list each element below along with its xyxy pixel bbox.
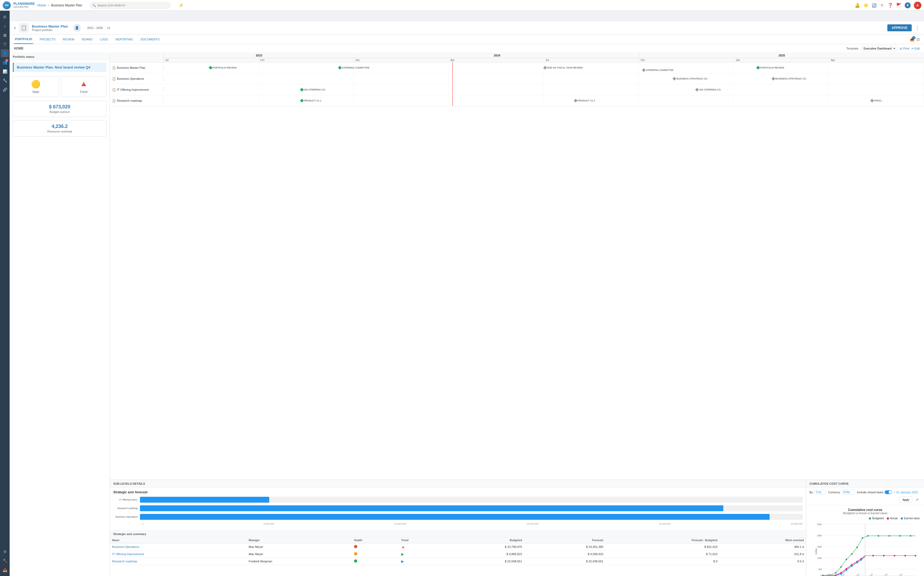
chart-xaxis: 0 5,000,000 10,000,000 15,000,000 20,000…: [113, 522, 803, 525]
dot-a8: [872, 555, 874, 557]
month-row: Jul Oct Jan Apr Jul Oct Jan Apr: [163, 58, 924, 62]
by-select[interactable]: Cost: [814, 490, 826, 494]
project-name[interactable]: Business Master Plan: [32, 24, 68, 28]
th-forecast[interactable]: Forecast: [524, 538, 606, 543]
td-name-rr[interactable]: Research roadmap: [110, 558, 246, 565]
sidebar-badge: 2: [5, 59, 8, 62]
dot-b8: [867, 535, 869, 537]
sidebar-nav[interactable]: ›: [1, 22, 9, 30]
th-work-overload[interactable]: Work overload: [719, 538, 806, 543]
td-budgeted-rr: $ 22,048,551: [443, 558, 524, 565]
sidebar-wrench[interactable]: 🔨: [1, 557, 9, 565]
resource-overload-label: Resource overload: [16, 130, 103, 133]
inbox-icon[interactable]: 📥 2: [910, 37, 914, 42]
table-row-bo: Business Operations Max Meyer ▲ $ 23,799…: [110, 543, 806, 550]
legend-actual: Actual: [887, 517, 897, 520]
th-trend[interactable]: Trend: [399, 538, 443, 543]
dot-e5: [856, 562, 858, 563]
include-closed-toggle[interactable]: [885, 490, 892, 494]
health-dot-it: [354, 552, 357, 555]
dot-b3: [840, 566, 842, 568]
diamond-icon: [870, 99, 874, 102]
milestone-rr-1: PRODUCT V1.1: [301, 99, 321, 102]
breadcrumb-home[interactable]: Home: [37, 3, 46, 7]
sidebar-usergroup[interactable]: 👥 2: [1, 58, 9, 66]
star-icon[interactable]: ⭐: [863, 3, 869, 8]
legend-dot-actual: [887, 517, 889, 520]
bar-row-bo: Business Operations: [113, 514, 803, 520]
dot-b11: [899, 535, 901, 537]
expand-icon[interactable]: ⊡: [916, 37, 920, 42]
currency-group: Currency Dollar: [828, 490, 855, 494]
close-icon[interactable]: ✕: [879, 3, 884, 8]
tab-documents[interactable]: DOCUMENTS: [139, 35, 161, 44]
bar-chart-section: Strategic axis forecast IT Offering Impr…: [110, 488, 806, 526]
th-forecast-diff[interactable]: Forecast - Budgeted: [606, 538, 720, 543]
milestone-label-2: STEERING COMMITTEE: [342, 66, 369, 69]
y-20m: 20M: [817, 534, 822, 537]
sidebar-user[interactable]: 👤: [1, 49, 9, 57]
sidebar-tools[interactable]: 🔧: [1, 77, 9, 85]
filter-icon[interactable]: ⚡: [179, 3, 184, 8]
help-icon[interactable]: ❓: [887, 3, 893, 8]
gantt-area: 2023 2024 2025 Jul Oct Jan Apr Jul Oct: [110, 53, 924, 480]
dot-a12: [914, 555, 916, 557]
search-icon: 🔍: [92, 3, 96, 7]
td-name-it[interactable]: IT Offering Improvement: [110, 550, 246, 558]
diamond-icon: [574, 99, 577, 102]
apply-button[interactable]: Apply: [900, 496, 912, 503]
td-trend-rr: ▶: [399, 558, 443, 565]
date-prev-arrow[interactable]: ‹: [894, 490, 895, 494]
edit-button[interactable]: ✏ Edit: [911, 47, 920, 50]
milestone-3: END OF FISCAL YEAR REVIEW: [544, 66, 583, 69]
sidebar-link[interactable]: 🔗: [1, 86, 9, 94]
td-forecast-rr: $ 22,048,551: [524, 558, 606, 565]
sidebar-dashboard[interactable]: ▦: [1, 31, 9, 39]
milestone-it-2: ISD STEERING CO.: [696, 88, 721, 91]
tab-logs[interactable]: LOGS: [99, 35, 109, 44]
tab-review[interactable]: REVIEW: [62, 35, 75, 44]
flag-icon[interactable]: 🚩: [896, 3, 902, 8]
plus-icon[interactable]: +: [905, 2, 911, 8]
tab-projects[interactable]: PROJECTS: [38, 35, 56, 44]
sidebar-export[interactable]: 📤: [1, 566, 9, 574]
td-name-bo[interactable]: Business Operations: [110, 543, 246, 550]
th-name[interactable]: Name: [110, 538, 246, 543]
bell-icon[interactable]: 🔔: [855, 3, 860, 8]
milestone-sc-label: STEERING COMMITTEE: [646, 69, 673, 72]
milestone-4: PORTFOLIO REVIEW: [757, 66, 784, 69]
sidebar-chart[interactable]: 📊: [1, 67, 9, 75]
print-button[interactable]: 🖨 Print: [899, 47, 909, 50]
table-row-it: IT Offering Improvement Max Meyer ▶ $ 4,…: [110, 550, 806, 558]
project-back-arrow[interactable]: ‹: [14, 24, 16, 31]
td-overload-it: 101.8 d: [719, 550, 806, 558]
sidebar-clock[interactable]: ⏱: [1, 40, 9, 48]
date-nav: ‹ 01 January 2021: [894, 490, 918, 494]
sidebar-home[interactable]: ⊞: [1, 13, 9, 21]
tab-board[interactable]: BOARD: [81, 35, 93, 44]
y-axis-label: Dollar: [815, 548, 817, 555]
template-select[interactable]: Executive Dashboard: [861, 46, 897, 51]
bar-fill-bo: [140, 514, 770, 520]
sync-icon[interactable]: 🔄: [872, 3, 876, 8]
sidebar-settings[interactable]: ⚙: [1, 548, 9, 556]
app-logo: PW: [3, 2, 11, 10]
milestone-label-1: PORTFOLIO REVIEW: [213, 66, 237, 69]
more-button[interactable]: ⋮: [915, 25, 920, 31]
tab-portfolio[interactable]: PORTFOLIO: [14, 35, 33, 44]
tab-reporting[interactable]: REPORTING: [115, 35, 134, 44]
export-button[interactable]: ↗: [913, 496, 921, 503]
diamond-icon: [300, 99, 304, 102]
month-jan-25: Jan: [734, 58, 829, 62]
trend-icon: 🔺: [79, 80, 88, 89]
th-health[interactable]: Health: [352, 538, 399, 543]
th-manager[interactable]: Manager: [246, 538, 352, 543]
left-sidebar: ⊞ › ▦ ⏱ 👤 👥 2 📊 🔧 🔗 ⚙ 🔨 📤: [0, 11, 10, 576]
avatar[interactable]: A: [914, 2, 921, 9]
approve-button[interactable]: APPROVE: [887, 24, 912, 31]
project-header: ‹ 📋 Business Master Plan Project portfol…: [10, 21, 924, 35]
th-budgeted[interactable]: Budgeted: [443, 538, 524, 543]
search-input[interactable]: [90, 2, 171, 8]
currency-select[interactable]: Dollar: [841, 490, 855, 494]
bar-fill-rr: [140, 506, 723, 511]
